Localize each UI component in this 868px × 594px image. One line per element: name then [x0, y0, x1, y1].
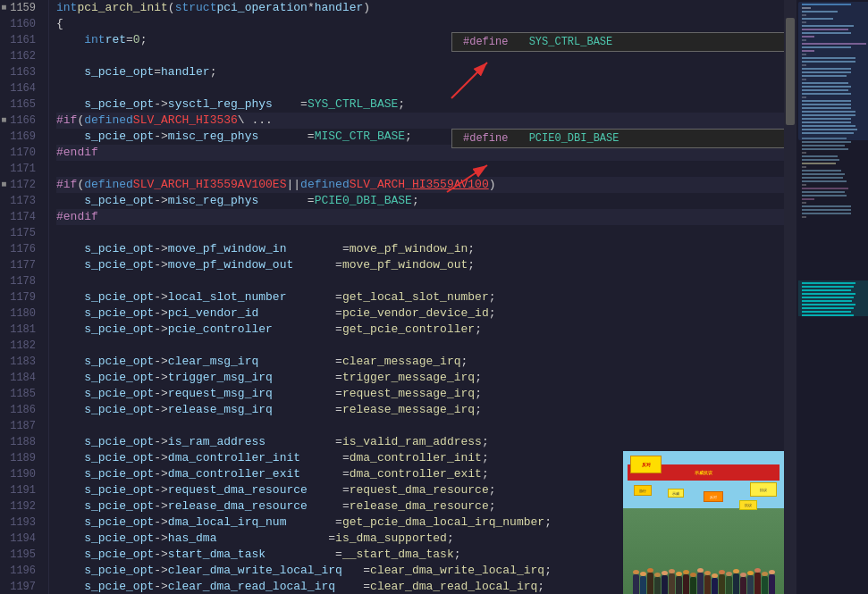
svg-rect-43	[802, 145, 845, 146]
fold-icon-1172[interactable]: ■	[1, 177, 6, 193]
line-1175: 1175	[0, 225, 41, 241]
line-1183: 1183	[0, 354, 41, 370]
svg-rect-72	[802, 304, 855, 305]
line-1171: 1171	[0, 161, 41, 177]
line-1164: 1164	[0, 80, 41, 96]
svg-rect-63	[802, 216, 806, 218]
line-1197: 1197	[0, 579, 41, 594]
svg-rect-45	[802, 152, 806, 154]
tooltip-define-name-2: PCIE0_DBI_BASE	[529, 132, 619, 145]
line-1165: 1165	[0, 96, 41, 113]
code-line-1186: s_pcie_opt->release_msg_irq = release_me…	[56, 402, 784, 418]
svg-rect-70	[802, 297, 854, 298]
line-1195: 1195	[0, 547, 41, 563]
code-line-1188: s_pcie_opt->is_ram_address = is_valid_ra…	[56, 434, 784, 450]
tooltip-define-keyword-2: #define	[463, 132, 508, 145]
line-1180: 1180	[0, 305, 41, 322]
line-1196: 1196	[0, 563, 41, 579]
code-line-1180: s_pcie_opt->pci_vendor_id = pcie_vendor_…	[56, 305, 784, 322]
code-line-1172: #if (defined SLV_ARCH_HI3559AV100ES || d…	[56, 177, 784, 193]
svg-rect-46	[802, 155, 838, 157]
code-line-1179: s_pcie_opt->local_slot_number = get_loca…	[56, 289, 784, 305]
line-1178: 1178	[0, 273, 41, 289]
scrollbar-thumb[interactable]	[786, 18, 795, 125]
code-line-1163: s_pcie_opt = handler;	[56, 64, 784, 80]
svg-rect-61	[802, 209, 851, 211]
code-line-1185: s_pcie_opt->request_msg_irq = request_me…	[56, 386, 784, 402]
line-1169: 1169	[0, 129, 41, 145]
svg-rect-62	[802, 213, 851, 214]
editor-container: ■1159 1160 1161 1162 1163 1164 1165 ■116…	[0, 0, 868, 594]
svg-rect-75	[802, 314, 854, 316]
line-1182: 1182	[0, 338, 41, 354]
svg-rect-74	[802, 311, 851, 313]
svg-rect-48	[802, 163, 836, 164]
tooltip-define-keyword: #define	[463, 36, 508, 48]
code-line-1159: int pci_arch_init(struct pci_operation *…	[56, 0, 784, 16]
svg-rect-56	[802, 191, 845, 193]
line-1172: ■1172	[0, 177, 41, 193]
svg-rect-71	[802, 300, 852, 302]
code-line-1177: s_pcie_opt->move_pf_window_out = move_pf…	[56, 257, 784, 273]
line-1166: ■1166	[0, 113, 41, 129]
svg-rect-67	[802, 286, 854, 288]
svg-rect-57	[802, 195, 847, 197]
line-1161: 1161	[0, 32, 41, 48]
code-line-1164	[56, 80, 784, 96]
svg-rect-60	[802, 205, 851, 207]
minimap	[796, 0, 868, 594]
code-line-1174: #endif	[56, 209, 784, 225]
line-1192: 1192	[0, 498, 41, 515]
code-line-1181: s_pcie_opt->pcie_controller = get_pcie_c…	[56, 322, 784, 338]
svg-rect-52	[802, 177, 843, 179]
code-line-1173: s_pcie_opt->misc_reg_phys = PCIE0_DBI_BA…	[56, 193, 784, 209]
line-1179: 1179	[0, 289, 41, 305]
svg-rect-50	[802, 170, 841, 172]
fold-icon-1159[interactable]: ■	[1, 0, 6, 16]
svg-rect-59	[802, 202, 806, 204]
code-line-1187	[56, 418, 784, 434]
tooltip-pcie0-dbi-base: #define PCIE0_DBI_BASE 0x12200000	[451, 129, 784, 148]
svg-rect-66	[802, 282, 855, 284]
svg-rect-44	[802, 148, 848, 150]
svg-rect-47	[802, 159, 839, 161]
code-line-1175	[56, 225, 784, 241]
line-1159: ■1159	[0, 0, 41, 16]
line-1189: 1189	[0, 450, 41, 466]
line-1181: 1181	[0, 322, 41, 338]
line-1163: 1163	[0, 64, 41, 80]
svg-rect-64	[798, 2, 868, 140]
crowd-scene: 示威抗议 反对 抗议	[623, 451, 784, 594]
code-line-1184: s_pcie_opt->trigger_msg_irq = trigger_me…	[56, 370, 784, 386]
scrollbar[interactable]	[784, 0, 796, 594]
svg-rect-51	[802, 173, 845, 175]
code-line-1178	[56, 273, 784, 289]
line-1160: 1160	[0, 16, 41, 32]
line-1177: 1177	[0, 257, 41, 273]
line-numbers: ■1159 1160 1161 1162 1163 1164 1165 ■116…	[0, 0, 49, 594]
svg-rect-55	[802, 188, 848, 189]
line-1187: 1187	[0, 418, 41, 434]
line-1162: 1162	[0, 48, 41, 64]
line-1170: 1170	[0, 145, 41, 161]
line-1185: 1185	[0, 386, 41, 402]
line-1186: 1186	[0, 402, 41, 418]
line-1188: 1188	[0, 434, 41, 450]
svg-rect-58	[802, 198, 814, 200]
svg-rect-42	[802, 141, 851, 143]
code-line-1165: s_pcie_opt->sysctl_reg_phys = SYS_CTRL_B…	[56, 96, 784, 113]
svg-rect-73	[802, 307, 854, 309]
code-line-1182	[56, 338, 784, 354]
tooltip-define-name: SYS_CTRL_BASE	[529, 36, 613, 48]
image-overlay: 示威抗议 反对 抗议	[623, 451, 784, 594]
svg-rect-49	[802, 166, 806, 168]
line-1193: 1193	[0, 515, 41, 531]
line-1184: 1184	[0, 370, 41, 386]
fold-icon-1166[interactable]: ■	[1, 113, 6, 129]
svg-rect-53	[802, 180, 847, 182]
svg-rect-69	[802, 293, 855, 295]
svg-rect-54	[802, 184, 806, 186]
code-line-1183: s_pcie_opt->clear_msg_irq = clear_messag…	[56, 354, 784, 370]
line-1194: 1194	[0, 531, 41, 547]
line-1173: 1173	[0, 193, 41, 209]
